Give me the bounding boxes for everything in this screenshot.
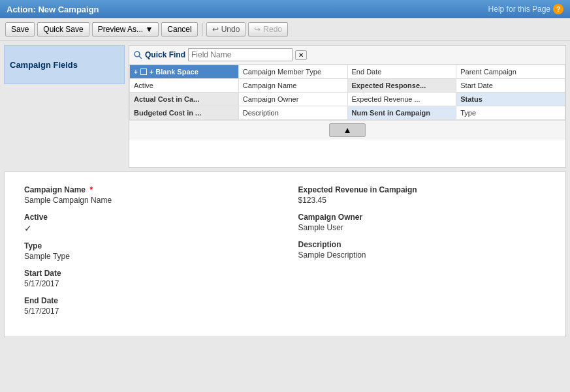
scroll-up-button[interactable]: ▲	[329, 123, 365, 137]
field-campaign-name[interactable]: Campaign Name	[239, 79, 348, 93]
field-parent-campaign[interactable]: Parent Campaign	[456, 65, 565, 79]
preview-active: Active ✓	[24, 213, 272, 234]
sidebar-title: Campaign Fields	[4, 45, 125, 84]
expected-revenue-value: $123.45	[298, 196, 546, 205]
page-header: Action: New Campaign Help for this Page …	[0, 0, 570, 18]
preview-campaign-name: Campaign Name * Sample Campaign Name	[24, 185, 272, 205]
end-date-label: End Date	[24, 296, 272, 305]
description-value: Sample Description	[298, 250, 546, 260]
start-date-value: 5/17/2017	[24, 279, 272, 288]
fields-grid: + + Blank Space Campaign Member Type End…	[129, 65, 565, 120]
field-status[interactable]: Status	[456, 93, 565, 106]
field-actual-cost[interactable]: Actual Cost in Ca...	[130, 93, 239, 106]
blank-space-icon	[140, 68, 147, 75]
preview-campaign-owner: Campaign Owner Sample User	[298, 213, 546, 232]
toolbar: Save Quick Save Preview As... ▼ Cancel ↩…	[0, 18, 570, 41]
field-campaign-member-type[interactable]: Campaign Member Type	[239, 65, 348, 79]
field-active[interactable]: Active	[130, 79, 239, 93]
help-link[interactable]: Help for this Page ?	[488, 4, 563, 14]
campaign-name-label: Campaign Name *	[24, 185, 272, 194]
save-button[interactable]: Save	[5, 22, 35, 37]
field-campaign-owner[interactable]: Campaign Owner	[239, 93, 348, 106]
preview-left-col: Campaign Name * Sample Campaign Name Act…	[24, 185, 272, 324]
quick-find-input[interactable]	[188, 48, 293, 61]
redo-icon: ↪	[254, 25, 261, 34]
main-area: Campaign Fields Quick Find ✕ + + Blank S…	[0, 41, 570, 172]
description-label: Description	[298, 240, 546, 249]
svg-point-0	[135, 52, 140, 57]
toolbar-divider	[202, 23, 202, 36]
preview-right-col: Expected Revenue in Campaign $123.45 Cam…	[298, 185, 546, 324]
type-value: Sample Type	[24, 252, 272, 261]
redo-button[interactable]: ↪ Redo	[248, 22, 288, 37]
campaign-owner-value: Sample User	[298, 223, 546, 232]
campaign-name-value: Sample Campaign Name	[24, 196, 272, 205]
type-label: Type	[24, 241, 272, 250]
cancel-button[interactable]: Cancel	[161, 22, 197, 37]
preview-area: Campaign Name * Sample Campaign Name Act…	[4, 172, 566, 337]
search-icon	[133, 50, 142, 59]
field-expected-response[interactable]: Expected Response...	[348, 79, 457, 93]
fields-panel: Quick Find ✕ + + Blank Space Campaign Me…	[129, 45, 566, 168]
scroll-arrow-area: ▲	[129, 120, 565, 140]
field-type[interactable]: Type	[456, 106, 565, 120]
quick-save-button[interactable]: Quick Save	[37, 22, 89, 37]
quick-find-label: Quick Find	[145, 50, 185, 59]
preview-end-date: End Date 5/17/2017	[24, 296, 272, 316]
field-blank-space[interactable]: + + Blank Space	[130, 65, 239, 79]
preview-as-button[interactable]: Preview As... ▼	[92, 22, 159, 37]
add-icon: +	[134, 68, 138, 76]
undo-icon: ↩	[212, 25, 219, 34]
field-end-date[interactable]: End Date	[348, 65, 457, 79]
preview-section: Campaign Name * Sample Campaign Name Act…	[24, 185, 546, 324]
preview-start-date: Start Date 5/17/2017	[24, 269, 272, 288]
undo-button[interactable]: ↩ Undo	[206, 22, 246, 37]
active-label: Active	[24, 213, 272, 222]
help-icon[interactable]: ?	[553, 4, 563, 14]
svg-line-1	[139, 56, 142, 59]
active-value: ✓	[24, 223, 272, 234]
expected-revenue-label: Expected Revenue in Campaign	[298, 185, 546, 194]
field-expected-revenue[interactable]: Expected Revenue ...	[348, 93, 457, 106]
quick-find-bar: Quick Find ✕	[129, 46, 565, 65]
campaign-owner-label: Campaign Owner	[298, 213, 546, 222]
field-budgeted-cost[interactable]: Budgeted Cost in ...	[130, 106, 239, 120]
preview-expected-revenue: Expected Revenue in Campaign $123.45	[298, 185, 546, 205]
end-date-value: 5/17/2017	[24, 307, 272, 316]
start-date-label: Start Date	[24, 269, 272, 278]
preview-description: Description Sample Description	[298, 240, 546, 260]
field-start-date[interactable]: Start Date	[456, 79, 565, 93]
sidebar: Campaign Fields	[4, 45, 125, 168]
page-title: Action: New Campaign	[7, 5, 99, 14]
preview-type: Type Sample Type	[24, 241, 272, 261]
clear-search-button[interactable]: ✕	[295, 50, 307, 60]
field-description[interactable]: Description	[239, 106, 348, 120]
required-indicator: *	[89, 185, 93, 194]
field-num-sent[interactable]: Num Sent in Campaign	[348, 106, 457, 120]
